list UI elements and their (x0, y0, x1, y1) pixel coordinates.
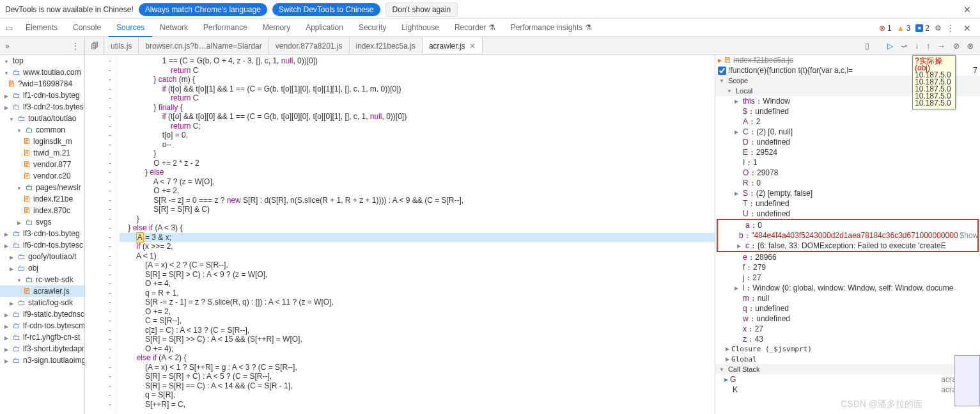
navigator-menu-icon[interactable]: ⋮ (72, 42, 79, 51)
main-tab-network[interactable]: Network (152, 19, 196, 37)
nav-folder[interactable]: 🗀svgs (0, 216, 84, 228)
minimap-thumbnail (954, 355, 980, 406)
main-tab-performanceinsights[interactable]: Performance insights ⚗ (503, 19, 600, 37)
callstack-section[interactable]: Call Stack (715, 364, 980, 374)
nav-folder[interactable]: 🗀lf9-static.bytednsc (0, 308, 84, 320)
scope-variable[interactable]: f: 279 (715, 262, 980, 273)
nav-file[interactable]: 🖹ttwid_m.21 (0, 147, 84, 159)
step-out-icon[interactable]: ↑ (924, 40, 933, 52)
nav-folder[interactable]: 🗀pages/newslr (0, 182, 84, 193)
folder-icon: 🗀 (18, 264, 26, 273)
nav-file[interactable]: 🖹vendor.877 (0, 159, 84, 170)
deactivate-breakpoints-icon[interactable]: ⊘ (951, 40, 962, 52)
nav-folder[interactable]: 🗀www.toutiao.com (0, 67, 84, 78)
toggle-navigator-icon[interactable]: 🗐 (85, 37, 104, 54)
nav-folder[interactable]: 🗀toutiao/toutiao (0, 113, 84, 124)
nav-file[interactable]: 🖹?wid=16998784 (0, 78, 84, 90)
always-match-button[interactable]: Always match Chrome's language (139, 3, 267, 16)
folder-icon: 🗀 (13, 344, 20, 353)
nav-folder[interactable]: 🗀lf1-cdn-tos.byteg (0, 90, 84, 101)
navigator-more-icon[interactable]: » (5, 42, 10, 51)
global-section[interactable]: ▶ GlobalWind (715, 354, 980, 364)
nav-file[interactable]: 🖹acrawler.js (0, 285, 84, 297)
main-tab-elements[interactable]: Elements (18, 19, 65, 37)
scope-variable[interactable]: z: 43 (715, 334, 980, 344)
nav-folder[interactable]: 🗀goofy/toutiao/t (0, 251, 84, 262)
error-badge[interactable]: ⊗1 (879, 24, 892, 33)
nav-file[interactable]: 🖹index.f21be (0, 193, 84, 205)
scope-variable[interactable]: j: 27 (715, 273, 980, 283)
nav-folder[interactable]: 🗀lf3-cdn-tos.byteg (0, 228, 84, 239)
folder-icon: 🗀 (13, 321, 20, 330)
main-tab-security[interactable]: Security (351, 19, 394, 37)
close-tab-icon[interactable]: ✕ (469, 42, 476, 51)
nav-folder[interactable]: 🗀lf3-short.ibytedapm (0, 343, 84, 354)
scope-variable[interactable]: R: 0 (715, 178, 980, 188)
file-tab[interactable]: browser.cn.js?b…alName=Slardar (139, 37, 268, 54)
nav-file[interactable]: 🖹index.870c (0, 205, 84, 216)
inspect-icon[interactable]: ▭ (0, 24, 18, 33)
file-tab[interactable]: utils.js (104, 37, 139, 54)
scope-variable[interactable]: w: undefined (715, 314, 980, 324)
scope-variable[interactable]: O: 29078 (715, 168, 980, 178)
nav-folder[interactable]: 🗀lf3-cdn2-tos.bytes (0, 101, 84, 113)
nav-folder[interactable]: 🗀static/log-sdk (0, 297, 84, 308)
main-tab-recorder[interactable]: Recorder ⚗ (447, 19, 503, 37)
scope-variable[interactable]: A: 2 (715, 116, 980, 127)
folder-icon: 🗀 (13, 241, 20, 250)
scope-variable[interactable]: ▶C: (2) [0, null] (715, 127, 980, 137)
nav-folder[interactable]: 🗀lf-cdn-tos.bytescm (0, 320, 84, 331)
resume-icon[interactable]: ▷ (885, 40, 896, 52)
scope-variable[interactable]: U: undefined (715, 209, 980, 219)
nav-folder[interactable]: 🗀common (0, 124, 84, 136)
settings-gear-icon[interactable]: ⚙ (935, 24, 942, 33)
closure-section[interactable]: ▶ Closure (_$jsvmprt) (715, 344, 980, 354)
close-infobar-icon[interactable]: ✕ (960, 4, 975, 15)
callstack-frame[interactable]: ➤ Gacrawler.js (715, 374, 980, 385)
step-over-icon[interactable]: ⤻ (898, 40, 910, 52)
file-tab[interactable]: acrawler.js✕ (423, 37, 483, 54)
main-tab-lighthouse[interactable]: Lighthouse (394, 19, 447, 37)
language-infobar: DevTools is now available in Chinese! Al… (0, 0, 980, 19)
breakpoint-checkbox[interactable] (718, 67, 726, 75)
main-tab-application[interactable]: Application (298, 19, 351, 37)
scope-variable[interactable]: D: undefined (715, 137, 980, 147)
pause-exceptions-icon[interactable]: ⊗ (965, 40, 976, 52)
step-into-icon[interactable]: ↓ (912, 40, 921, 52)
show-sidebar-icon[interactable]: ▯ (862, 40, 872, 52)
scope-variable[interactable]: x: 27 (715, 324, 980, 334)
scope-variable[interactable]: I: 1 (715, 157, 980, 168)
code-editor[interactable]: -------------------------------------- 1… (85, 55, 715, 414)
nav-file[interactable]: 🖹vendor.c20 (0, 170, 84, 182)
nav-file[interactable]: 🖹loginsdk_m (0, 136, 84, 147)
scope-variable[interactable]: T: undefined (715, 198, 980, 209)
main-tab-sources[interactable]: Sources (109, 19, 152, 37)
nav-folder[interactable]: 🗀lf-rc1.yhgfb-cn-st (0, 331, 84, 343)
scope-variable[interactable]: e: 28966 (715, 252, 980, 262)
callstack-frame[interactable]: Kacrawler.js (715, 385, 980, 395)
step-icon[interactable]: → (935, 40, 948, 52)
main-tab-console[interactable]: Console (65, 19, 109, 37)
scope-variable[interactable]: E: 29524 (715, 147, 980, 157)
scope-variable[interactable]: ▶l: Window {0: global, window: Window, s… (715, 283, 980, 293)
file-tab[interactable]: vendor.877a8201.js (269, 37, 350, 54)
scope-variable[interactable]: m: null (715, 293, 980, 303)
file-navigator: top 🗀www.toutiao.com🖹?wid=16998784🗀lf1-c… (0, 55, 85, 414)
nav-folder[interactable]: 🗀obj (0, 262, 84, 274)
switch-chinese-button[interactable]: Switch DevTools to Chinese (272, 3, 380, 16)
main-tab-memory[interactable]: Memory (255, 19, 298, 37)
close-devtools-icon[interactable]: ✕ (960, 23, 975, 33)
issues-badge[interactable]: ■2 (915, 24, 929, 33)
nav-top[interactable]: top (0, 55, 84, 67)
scope-variable[interactable]: q: undefined (715, 303, 980, 314)
warning-badge[interactable]: ▲3 (897, 24, 911, 33)
file-tab[interactable]: index.f21bec5a.js (350, 37, 423, 54)
nav-folder[interactable]: 🗀n3-sign.toutiaoimg (0, 354, 84, 366)
nav-folder[interactable]: 🗀rc-web-sdk (0, 274, 84, 285)
more-menu-icon[interactable]: ⋮ (947, 24, 954, 33)
main-tab-performance[interactable]: Performance (196, 19, 255, 37)
dont-show-button[interactable]: Don't show again (385, 3, 458, 17)
file-icon: 🖹 (23, 287, 31, 296)
nav-folder[interactable]: 🗀lf6-cdn-tos.bytesc (0, 239, 84, 251)
scope-variable[interactable]: ▶S: (2) [empty, false] (715, 188, 980, 198)
